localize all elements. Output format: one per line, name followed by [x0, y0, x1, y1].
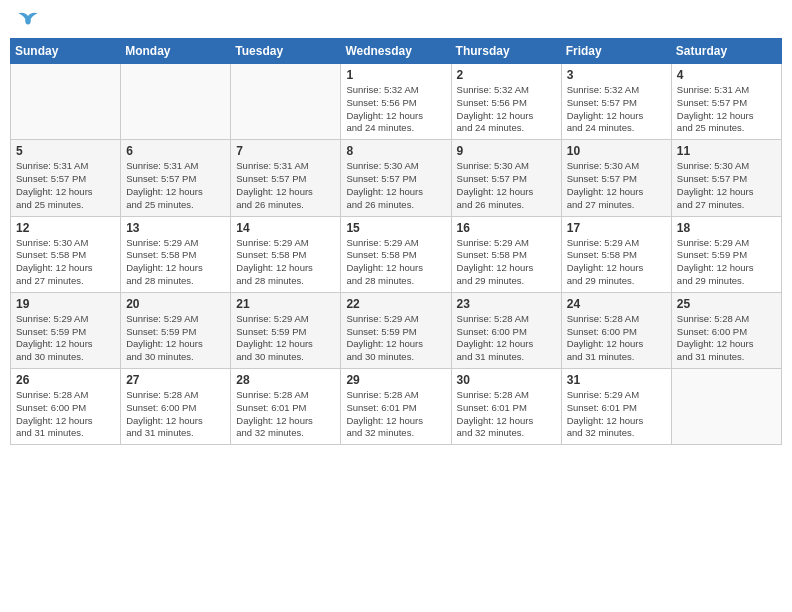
day-info: Sunrise: 5:28 AM Sunset: 6:00 PM Dayligh… [567, 313, 666, 364]
day-info: Sunrise: 5:29 AM Sunset: 5:58 PM Dayligh… [126, 237, 225, 288]
calendar-cell: 13Sunrise: 5:29 AM Sunset: 5:58 PM Dayli… [121, 216, 231, 292]
day-info: Sunrise: 5:29 AM Sunset: 5:59 PM Dayligh… [16, 313, 115, 364]
day-number: 24 [567, 297, 666, 311]
day-number: 19 [16, 297, 115, 311]
calendar-cell: 1Sunrise: 5:32 AM Sunset: 5:56 PM Daylig… [341, 64, 451, 140]
day-info: Sunrise: 5:29 AM Sunset: 5:59 PM Dayligh… [126, 313, 225, 364]
day-number: 13 [126, 221, 225, 235]
day-number: 5 [16, 144, 115, 158]
day-number: 30 [457, 373, 556, 387]
day-info: Sunrise: 5:31 AM Sunset: 5:57 PM Dayligh… [677, 84, 776, 135]
day-number: 4 [677, 68, 776, 82]
day-info: Sunrise: 5:29 AM Sunset: 5:58 PM Dayligh… [457, 237, 556, 288]
calendar-cell: 12Sunrise: 5:30 AM Sunset: 5:58 PM Dayli… [11, 216, 121, 292]
day-info: Sunrise: 5:29 AM Sunset: 5:58 PM Dayligh… [236, 237, 335, 288]
day-number: 7 [236, 144, 335, 158]
weekday-header-row: SundayMondayTuesdayWednesdayThursdayFrid… [11, 39, 782, 64]
calendar-cell: 20Sunrise: 5:29 AM Sunset: 5:59 PM Dayli… [121, 292, 231, 368]
day-number: 9 [457, 144, 556, 158]
day-number: 1 [346, 68, 445, 82]
day-number: 10 [567, 144, 666, 158]
day-info: Sunrise: 5:32 AM Sunset: 5:56 PM Dayligh… [457, 84, 556, 135]
weekday-header-wednesday: Wednesday [341, 39, 451, 64]
weekday-header-thursday: Thursday [451, 39, 561, 64]
day-info: Sunrise: 5:28 AM Sunset: 6:01 PM Dayligh… [457, 389, 556, 440]
day-info: Sunrise: 5:28 AM Sunset: 6:00 PM Dayligh… [16, 389, 115, 440]
day-info: Sunrise: 5:31 AM Sunset: 5:57 PM Dayligh… [236, 160, 335, 211]
calendar-cell: 14Sunrise: 5:29 AM Sunset: 5:58 PM Dayli… [231, 216, 341, 292]
day-info: Sunrise: 5:29 AM Sunset: 5:59 PM Dayligh… [346, 313, 445, 364]
day-number: 11 [677, 144, 776, 158]
calendar-cell: 4Sunrise: 5:31 AM Sunset: 5:57 PM Daylig… [671, 64, 781, 140]
calendar-cell: 23Sunrise: 5:28 AM Sunset: 6:00 PM Dayli… [451, 292, 561, 368]
day-info: Sunrise: 5:30 AM Sunset: 5:58 PM Dayligh… [16, 237, 115, 288]
calendar-cell: 28Sunrise: 5:28 AM Sunset: 6:01 PM Dayli… [231, 369, 341, 445]
calendar-cell: 30Sunrise: 5:28 AM Sunset: 6:01 PM Dayli… [451, 369, 561, 445]
day-number: 2 [457, 68, 556, 82]
calendar-cell: 26Sunrise: 5:28 AM Sunset: 6:00 PM Dayli… [11, 369, 121, 445]
day-info: Sunrise: 5:32 AM Sunset: 5:57 PM Dayligh… [567, 84, 666, 135]
calendar-cell: 21Sunrise: 5:29 AM Sunset: 5:59 PM Dayli… [231, 292, 341, 368]
day-info: Sunrise: 5:28 AM Sunset: 6:01 PM Dayligh… [236, 389, 335, 440]
calendar-cell: 9Sunrise: 5:30 AM Sunset: 5:57 PM Daylig… [451, 140, 561, 216]
weekday-header-monday: Monday [121, 39, 231, 64]
calendar-cell: 5Sunrise: 5:31 AM Sunset: 5:57 PM Daylig… [11, 140, 121, 216]
week-row-3: 12Sunrise: 5:30 AM Sunset: 5:58 PM Dayli… [11, 216, 782, 292]
calendar-cell: 29Sunrise: 5:28 AM Sunset: 6:01 PM Dayli… [341, 369, 451, 445]
weekday-header-friday: Friday [561, 39, 671, 64]
day-number: 3 [567, 68, 666, 82]
day-info: Sunrise: 5:28 AM Sunset: 6:00 PM Dayligh… [457, 313, 556, 364]
day-info: Sunrise: 5:29 AM Sunset: 5:58 PM Dayligh… [567, 237, 666, 288]
day-info: Sunrise: 5:31 AM Sunset: 5:57 PM Dayligh… [16, 160, 115, 211]
day-info: Sunrise: 5:29 AM Sunset: 5:59 PM Dayligh… [236, 313, 335, 364]
day-number: 18 [677, 221, 776, 235]
week-row-5: 26Sunrise: 5:28 AM Sunset: 6:00 PM Dayli… [11, 369, 782, 445]
day-number: 14 [236, 221, 335, 235]
day-number: 17 [567, 221, 666, 235]
calendar-cell [231, 64, 341, 140]
day-number: 27 [126, 373, 225, 387]
calendar-cell [11, 64, 121, 140]
week-row-4: 19Sunrise: 5:29 AM Sunset: 5:59 PM Dayli… [11, 292, 782, 368]
week-row-2: 5Sunrise: 5:31 AM Sunset: 5:57 PM Daylig… [11, 140, 782, 216]
day-number: 23 [457, 297, 556, 311]
calendar-cell: 11Sunrise: 5:30 AM Sunset: 5:57 PM Dayli… [671, 140, 781, 216]
day-info: Sunrise: 5:29 AM Sunset: 5:58 PM Dayligh… [346, 237, 445, 288]
calendar-cell: 2Sunrise: 5:32 AM Sunset: 5:56 PM Daylig… [451, 64, 561, 140]
day-number: 26 [16, 373, 115, 387]
calendar-cell: 17Sunrise: 5:29 AM Sunset: 5:58 PM Dayli… [561, 216, 671, 292]
day-info: Sunrise: 5:30 AM Sunset: 5:57 PM Dayligh… [457, 160, 556, 211]
calendar-cell: 27Sunrise: 5:28 AM Sunset: 6:00 PM Dayli… [121, 369, 231, 445]
calendar-cell: 15Sunrise: 5:29 AM Sunset: 5:58 PM Dayli… [341, 216, 451, 292]
day-number: 15 [346, 221, 445, 235]
day-number: 28 [236, 373, 335, 387]
day-number: 25 [677, 297, 776, 311]
calendar-cell: 24Sunrise: 5:28 AM Sunset: 6:00 PM Dayli… [561, 292, 671, 368]
calendar-cell: 7Sunrise: 5:31 AM Sunset: 5:57 PM Daylig… [231, 140, 341, 216]
day-number: 22 [346, 297, 445, 311]
day-info: Sunrise: 5:32 AM Sunset: 5:56 PM Dayligh… [346, 84, 445, 135]
calendar-cell: 8Sunrise: 5:30 AM Sunset: 5:57 PM Daylig… [341, 140, 451, 216]
day-info: Sunrise: 5:28 AM Sunset: 6:00 PM Dayligh… [677, 313, 776, 364]
day-info: Sunrise: 5:28 AM Sunset: 6:00 PM Dayligh… [126, 389, 225, 440]
calendar-cell: 18Sunrise: 5:29 AM Sunset: 5:59 PM Dayli… [671, 216, 781, 292]
day-info: Sunrise: 5:29 AM Sunset: 6:01 PM Dayligh… [567, 389, 666, 440]
calendar-table: SundayMondayTuesdayWednesdayThursdayFrid… [10, 38, 782, 445]
day-info: Sunrise: 5:30 AM Sunset: 5:57 PM Dayligh… [567, 160, 666, 211]
calendar-cell [121, 64, 231, 140]
calendar-cell [671, 369, 781, 445]
day-info: Sunrise: 5:31 AM Sunset: 5:57 PM Dayligh… [126, 160, 225, 211]
logo [14, 10, 47, 32]
day-number: 21 [236, 297, 335, 311]
day-info: Sunrise: 5:30 AM Sunset: 5:57 PM Dayligh… [346, 160, 445, 211]
day-number: 16 [457, 221, 556, 235]
day-number: 29 [346, 373, 445, 387]
calendar-cell: 16Sunrise: 5:29 AM Sunset: 5:58 PM Dayli… [451, 216, 561, 292]
day-number: 12 [16, 221, 115, 235]
calendar-cell: 3Sunrise: 5:32 AM Sunset: 5:57 PM Daylig… [561, 64, 671, 140]
weekday-header-sunday: Sunday [11, 39, 121, 64]
day-number: 20 [126, 297, 225, 311]
day-info: Sunrise: 5:29 AM Sunset: 5:59 PM Dayligh… [677, 237, 776, 288]
calendar-cell: 31Sunrise: 5:29 AM Sunset: 6:01 PM Dayli… [561, 369, 671, 445]
calendar-cell: 6Sunrise: 5:31 AM Sunset: 5:57 PM Daylig… [121, 140, 231, 216]
